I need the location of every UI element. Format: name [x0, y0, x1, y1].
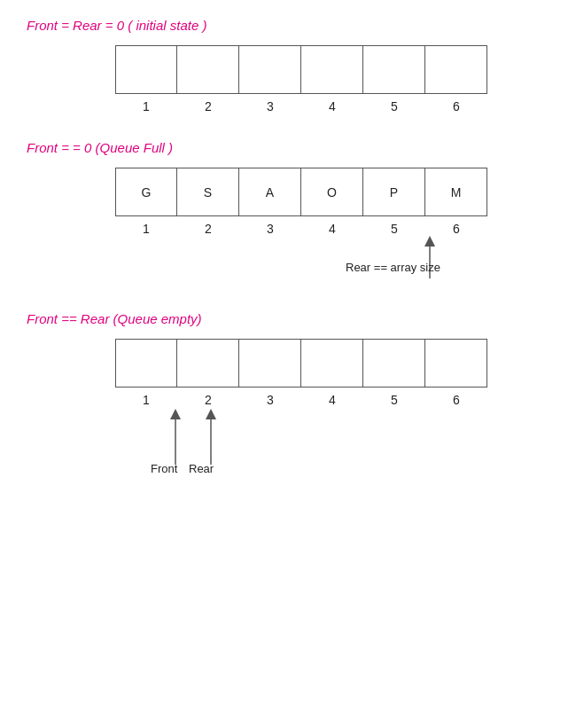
cell-2-4: O: [301, 168, 363, 216]
rear-annotation-text: Rear == array size: [346, 261, 440, 274]
index-2-4: 4: [301, 222, 363, 236]
section2-annotation: Rear == array size: [115, 236, 487, 285]
index-1-6: 6: [425, 99, 487, 114]
cell-1-4: [301, 45, 363, 94]
section1-cells-row: [115, 45, 487, 94]
index-3-2: 2: [177, 393, 239, 407]
section1-array: 1 2 3 4 5 6: [115, 45, 549, 114]
section2-heading: Front = = 0 (Queue Full ): [27, 140, 549, 155]
svg-marker-1: [424, 236, 435, 247]
index-2-5: 5: [363, 222, 425, 236]
section2-indices: 1 2 3 4 5 6: [115, 222, 487, 236]
cell-2-1: G: [115, 168, 177, 216]
cell-1-5: [363, 45, 425, 94]
cell-3-4: [301, 339, 363, 387]
index-2-6: 6: [425, 222, 487, 236]
section3: Front == Rear (Queue empty) 1 2 3 4 5 6: [27, 311, 549, 478]
cell-3-1: [115, 339, 177, 387]
index-3-5: 5: [363, 393, 425, 407]
cell-3-5: [363, 339, 425, 387]
index-2-1: 1: [115, 222, 177, 236]
section3-array: 1 2 3 4 5 6: [115, 339, 549, 407]
index-1-5: 5: [363, 99, 425, 114]
cell-2-6: M: [425, 168, 487, 216]
index-2-3: 3: [239, 222, 301, 236]
rear-label: Rear: [189, 462, 214, 475]
section2: Front = = 0 (Queue Full ) G S A O P M 1 …: [27, 140, 549, 285]
index-1-1: 1: [115, 99, 177, 114]
section3-cells-row: [115, 339, 487, 387]
index-1-3: 3: [239, 99, 301, 114]
section1-indices: 1 2 3 4 5 6: [115, 99, 487, 114]
index-1-2: 2: [177, 99, 239, 114]
cell-2-2: S: [177, 168, 239, 216]
svg-marker-5: [206, 409, 216, 419]
cell-3-3: [239, 339, 301, 387]
cell-1-6: [425, 45, 487, 94]
section1: Front = Rear = 0 ( initial state ) 1 2 3…: [27, 18, 549, 114]
index-3-4: 4: [301, 393, 363, 407]
section1-heading: Front = Rear = 0 ( initial state ): [27, 18, 549, 33]
section3-heading: Front == Rear (Queue empty): [27, 311, 549, 326]
cell-1-1: [115, 45, 177, 94]
section3-indices: 1 2 3 4 5 6: [115, 393, 487, 407]
cell-1-3: [239, 45, 301, 94]
cell-2-3: A: [239, 168, 301, 216]
index-2-2: 2: [177, 222, 239, 236]
cell-2-5: P: [363, 168, 425, 216]
cell-1-2: [177, 45, 239, 94]
front-label: Front: [151, 462, 177, 475]
index-3-3: 3: [239, 393, 301, 407]
index-1-4: 4: [301, 99, 363, 114]
section3-annotation: Front Rear: [115, 407, 487, 478]
section2-array: G S A O P M 1 2 3 4 5 6: [115, 168, 549, 236]
index-3-1: 1: [115, 393, 177, 407]
cell-3-2: [177, 339, 239, 387]
svg-marker-3: [170, 409, 181, 419]
cell-3-6: [425, 339, 487, 387]
section2-cells-row: G S A O P M: [115, 168, 487, 216]
index-3-6: 6: [425, 393, 487, 407]
